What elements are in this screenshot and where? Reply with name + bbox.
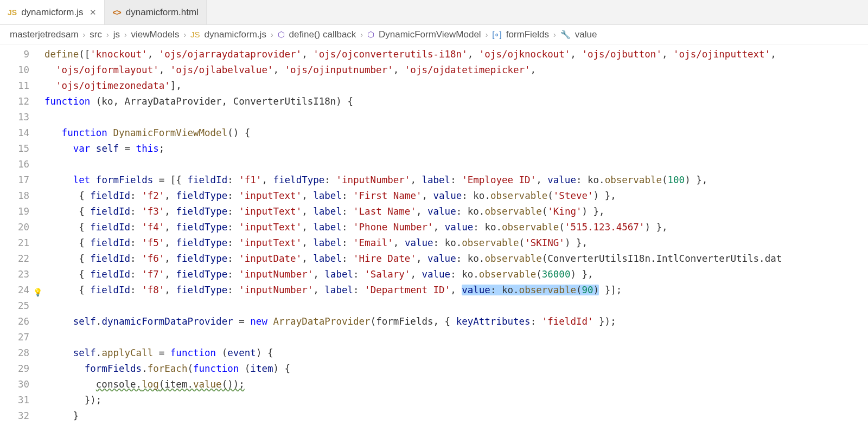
chevron-right-icon: › — [183, 30, 186, 39]
breadcrumb-item[interactable]: js — [113, 29, 120, 40]
breadcrumb-item[interactable]: masterjetredsam — [10, 29, 79, 40]
chevron-right-icon: › — [106, 30, 109, 39]
code-content[interactable]: define(['knockout', 'ojs/ojarraydataprov… — [44, 44, 868, 432]
wrench-icon: 🔧 — [560, 30, 571, 40]
breadcrumb-item[interactable]: src — [90, 29, 102, 40]
html-file-icon: <> — [112, 8, 121, 17]
breadcrumb-item[interactable]: dynamicform.js — [205, 29, 266, 40]
breadcrumb-item[interactable]: DynamicFormViewModel — [379, 29, 481, 40]
code-editor[interactable]: 91011121314151617181920212223💡2425262728… — [0, 44, 868, 432]
lightbulb-icon[interactable]: 💡 — [33, 285, 42, 300]
chevron-right-icon: › — [486, 30, 488, 39]
js-file-icon: JS — [190, 30, 200, 39]
chevron-right-icon: › — [553, 30, 556, 39]
chevron-right-icon: › — [271, 30, 273, 39]
chevron-right-icon: › — [83, 30, 86, 39]
method-icon: ⬡ — [278, 30, 285, 40]
close-icon[interactable]: ✕ — [90, 8, 97, 17]
variable-icon: [∘] — [492, 30, 501, 40]
breadcrumb-item[interactable]: formFields — [506, 29, 549, 40]
js-file-icon: JS — [8, 8, 17, 17]
class-icon: ⬡ — [367, 30, 374, 40]
breadcrumb-item[interactable]: define() callback — [289, 29, 356, 40]
chevron-right-icon: › — [124, 30, 127, 39]
breadcrumb-item[interactable]: viewModels — [131, 29, 180, 40]
chevron-right-icon: › — [360, 30, 363, 39]
line-gutter: 91011121314151617181920212223💡2425262728… — [0, 44, 44, 432]
tab-dynamicform-html[interactable]: <> dynamicform.html — [105, 0, 207, 24]
breadcrumb: masterjetredsam › src › js › viewModels … — [0, 25, 868, 44]
tab-label: dynamicform.html — [126, 7, 199, 18]
tab-dynamicform-js[interactable]: JS dynamicform.js ✕ — [0, 0, 105, 24]
tab-label: dynamicform.js — [21, 7, 83, 18]
breadcrumb-item[interactable]: value — [575, 29, 597, 40]
editor-tabs: JS dynamicform.js ✕ <> dynamicform.html — [0, 0, 868, 25]
